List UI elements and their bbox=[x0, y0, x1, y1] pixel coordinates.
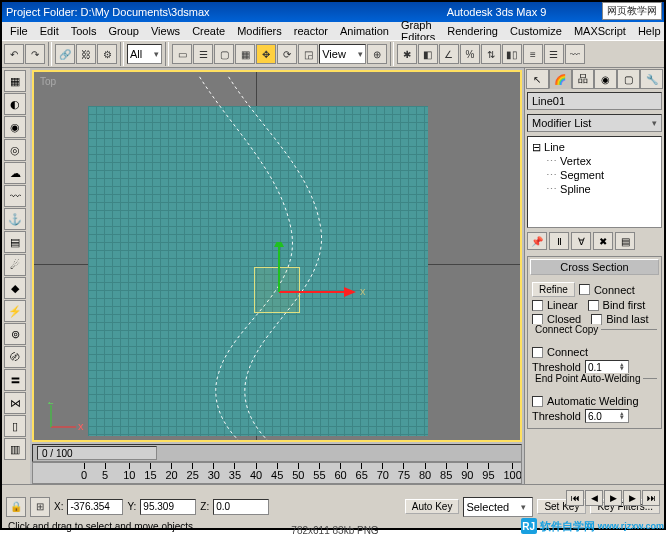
reactor-6[interactable]: 〰 bbox=[4, 185, 26, 207]
goto-start-button[interactable]: ⏮ bbox=[566, 490, 584, 506]
modifier-list-dropdown[interactable]: Modifier List bbox=[527, 114, 662, 132]
menu-file[interactable]: File bbox=[4, 24, 34, 38]
time-slider[interactable]: 0 / 100 bbox=[32, 444, 522, 462]
reactor-8[interactable]: ▤ bbox=[4, 231, 26, 253]
menu-modifiers[interactable]: Modifiers bbox=[231, 24, 288, 38]
y-coord-field[interactable]: 95.309 bbox=[140, 499, 196, 515]
tab-display[interactable]: ▢ bbox=[617, 69, 640, 89]
autokey-button[interactable]: Auto Key bbox=[405, 499, 460, 514]
menu-rendering[interactable]: Rendering bbox=[441, 24, 504, 38]
menu-edit[interactable]: Edit bbox=[34, 24, 65, 38]
reactor-17[interactable]: ▥ bbox=[4, 438, 26, 460]
stack-root[interactable]: Line bbox=[532, 140, 657, 154]
refine-button[interactable]: Refine bbox=[532, 282, 575, 297]
reactor-10[interactable]: ◆ bbox=[4, 277, 26, 299]
keymode-select[interactable]: Selected bbox=[463, 497, 533, 517]
linear-checkbox[interactable] bbox=[532, 300, 543, 311]
menu-group[interactable]: Group bbox=[102, 24, 145, 38]
menu-customize[interactable]: Customize bbox=[504, 24, 568, 38]
spinner-snap-button[interactable]: ⇅ bbox=[481, 44, 501, 64]
manip-button[interactable]: ✱ bbox=[397, 44, 417, 64]
snap-button[interactable]: ◧ bbox=[418, 44, 438, 64]
link-button[interactable]: 🔗 bbox=[55, 44, 75, 64]
mirror-button[interactable]: ▮▯ bbox=[502, 44, 522, 64]
tab-create[interactable]: ↖ bbox=[526, 69, 549, 89]
curve-editor-button[interactable]: 〰 bbox=[565, 44, 585, 64]
angle-snap-button[interactable]: ∠ bbox=[439, 44, 459, 64]
cc-threshold-spinner[interactable]: 0.1 bbox=[585, 360, 629, 374]
cross-section-button[interactable]: Cross Section bbox=[530, 259, 659, 275]
rotate-button[interactable]: ⟳ bbox=[277, 44, 297, 64]
modifier-stack[interactable]: Line Vertex Segment Spline bbox=[527, 136, 662, 228]
menu-maxscript[interactable]: MAXScript bbox=[568, 24, 632, 38]
unique-button[interactable]: ∀ bbox=[571, 232, 591, 250]
ref-coord-select[interactable]: View bbox=[319, 44, 366, 64]
selection-filter[interactable]: All bbox=[127, 44, 162, 64]
connect-checkbox[interactable] bbox=[579, 284, 590, 295]
reactor-1[interactable]: ▦ bbox=[4, 70, 26, 92]
remove-mod-button[interactable]: ✖ bbox=[593, 232, 613, 250]
reactor-11[interactable]: ⚡ bbox=[4, 300, 26, 322]
abs-rel-button[interactable]: ⊞ bbox=[30, 497, 50, 517]
unlink-button[interactable]: ⛓ bbox=[76, 44, 96, 64]
goto-end-button[interactable]: ⏭ bbox=[642, 490, 660, 506]
menu-tools[interactable]: Tools bbox=[65, 24, 103, 38]
reactor-7[interactable]: ⚓ bbox=[4, 208, 26, 230]
tab-utilities[interactable]: 🔧 bbox=[640, 69, 663, 89]
select-button[interactable]: ▭ bbox=[172, 44, 192, 64]
prev-frame-button[interactable]: ◀ bbox=[585, 490, 603, 506]
stack-spline[interactable]: Spline bbox=[532, 182, 657, 196]
menu-reactor[interactable]: reactor bbox=[288, 24, 334, 38]
undo-button[interactable]: ↶ bbox=[4, 44, 24, 64]
pivot-button[interactable]: ⊕ bbox=[367, 44, 387, 64]
bindlast-checkbox[interactable] bbox=[591, 314, 602, 325]
configure-button[interactable]: ▤ bbox=[615, 232, 635, 250]
tab-hierarchy[interactable]: 品 bbox=[572, 69, 595, 89]
pin-stack-button[interactable]: 📌 bbox=[527, 232, 547, 250]
reactor-4[interactable]: ◎ bbox=[4, 139, 26, 161]
reactor-16[interactable]: ▯ bbox=[4, 415, 26, 437]
reactor-5[interactable]: ☁ bbox=[4, 162, 26, 184]
reactor-13[interactable]: 〄 bbox=[4, 346, 26, 368]
select-name-button[interactable]: ☰ bbox=[193, 44, 213, 64]
bindfirst-checkbox[interactable] bbox=[588, 300, 599, 311]
object-name-field[interactable]: Line01 bbox=[527, 92, 662, 110]
reactor-2[interactable]: ◐ bbox=[4, 93, 26, 115]
autoweld-checkbox[interactable] bbox=[532, 396, 543, 407]
cc-connect-checkbox[interactable] bbox=[532, 347, 543, 358]
playback-controls: ⏮ ◀ ▶ ▶ ⏭ bbox=[566, 490, 660, 506]
align-button[interactable]: ≡ bbox=[523, 44, 543, 64]
menu-help[interactable]: Help bbox=[632, 24, 667, 38]
reactor-12[interactable]: ⊚ bbox=[4, 323, 26, 345]
layers-button[interactable]: ☰ bbox=[544, 44, 564, 64]
next-frame-button[interactable]: ▶ bbox=[623, 490, 641, 506]
tab-motion[interactable]: ◉ bbox=[594, 69, 617, 89]
track-bar[interactable]: 0510152025303540455055606570758085909510… bbox=[32, 462, 522, 484]
menu-views[interactable]: Views bbox=[145, 24, 186, 38]
stack-vertex[interactable]: Vertex bbox=[532, 154, 657, 168]
window-cross-button[interactable]: ▦ bbox=[235, 44, 255, 64]
z-coord-field[interactable]: 0.0 bbox=[213, 499, 269, 515]
menu-animation[interactable]: Animation bbox=[334, 24, 395, 38]
bind-button[interactable]: ⚙ bbox=[97, 44, 117, 64]
closed-checkbox[interactable] bbox=[532, 314, 543, 325]
ep-threshold-spinner[interactable]: 6.0 bbox=[585, 409, 629, 423]
show-result-button[interactable]: Ⅱ bbox=[549, 232, 569, 250]
play-button[interactable]: ▶ bbox=[604, 490, 622, 506]
lock-button[interactable]: 🔒 bbox=[6, 497, 26, 517]
reactor-14[interactable]: 〓 bbox=[4, 369, 26, 391]
tab-modify[interactable]: 🌈 bbox=[549, 69, 572, 89]
reactor-15[interactable]: ⋈ bbox=[4, 392, 26, 414]
menu-create[interactable]: Create bbox=[186, 24, 231, 38]
reactor-3[interactable]: ◉ bbox=[4, 116, 26, 138]
move-gizmo-plane[interactable] bbox=[254, 267, 300, 313]
reactor-9[interactable]: ☄ bbox=[4, 254, 26, 276]
viewport-top[interactable]: Top x y x bbox=[32, 70, 522, 442]
scale-button[interactable]: ◲ bbox=[298, 44, 318, 64]
redo-button[interactable]: ↷ bbox=[25, 44, 45, 64]
x-coord-field[interactable]: -376.354 bbox=[67, 499, 123, 515]
percent-snap-button[interactable]: % bbox=[460, 44, 480, 64]
stack-segment[interactable]: Segment bbox=[532, 168, 657, 182]
move-button[interactable]: ✥ bbox=[256, 44, 276, 64]
select-region-button[interactable]: ▢ bbox=[214, 44, 234, 64]
